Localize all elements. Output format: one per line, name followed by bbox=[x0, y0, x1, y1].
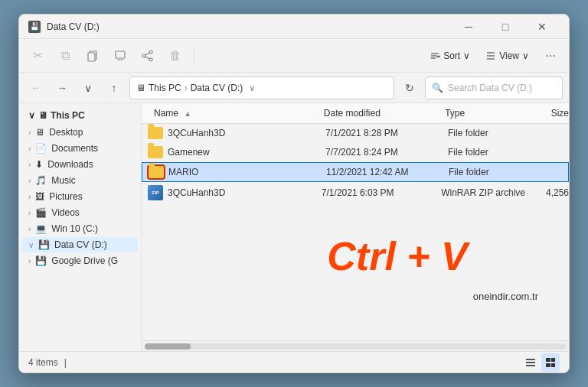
up-button[interactable]: ↑ bbox=[103, 77, 125, 99]
gdrive-label: Google Drive (G bbox=[51, 255, 118, 266]
svg-point-4 bbox=[149, 50, 152, 54]
file-name: 3QCuHanh3D bbox=[168, 187, 225, 198]
datacv-label: Data CV (D:) bbox=[54, 239, 107, 250]
svg-point-6 bbox=[149, 58, 152, 61]
address-path[interactable]: 🖥 This PC › Data CV (D:) ∨ bbox=[129, 76, 394, 99]
file-list: 3QCuHanh3D 7/1/2021 8:28 PM File folder … bbox=[142, 124, 569, 340]
shortcut-overlay: Ctrl + V bbox=[327, 233, 468, 279]
list-view-button[interactable] bbox=[541, 353, 560, 372]
file-area: Name ▲ Date modified Type Size 3QCuHanh3… bbox=[142, 103, 569, 351]
documents-icon: 📄 bbox=[35, 143, 47, 154]
folder-icon bbox=[148, 146, 163, 158]
address-bar: ← → ∨ ↑ 🖥 This PC › Data CV (D:) ∨ ↻ 🔍 S… bbox=[19, 73, 569, 103]
svg-line-7 bbox=[145, 53, 149, 55]
explorer-window: 💾 Data CV (D:) ─ □ ✕ ✂ ⧉ 🗑 Sort ∨ bbox=[18, 14, 570, 373]
view-dropdown[interactable]: View ∨ bbox=[479, 47, 535, 64]
documents-label: Documents bbox=[51, 143, 98, 154]
toolbar-right: Sort ∨ View ∨ ··· bbox=[423, 44, 563, 68]
forward-button[interactable]: → bbox=[51, 77, 73, 99]
back-button[interactable]: ← bbox=[25, 77, 47, 99]
paste-button[interactable] bbox=[80, 44, 105, 68]
file-name: MARIO bbox=[168, 167, 198, 177]
svg-line-8 bbox=[145, 57, 149, 59]
file-date: 7/1/2021 8:28 PM bbox=[325, 128, 448, 138]
col-name[interactable]: Name ▲ bbox=[142, 108, 324, 119]
status-info: 4 items | bbox=[28, 357, 67, 368]
col-type[interactable]: Type bbox=[445, 108, 551, 119]
watermark: oneindir.com.tr bbox=[473, 291, 538, 302]
table-row[interactable]: 3QCuHanh3D 7/1/2021 8:28 PM File folder bbox=[142, 124, 569, 143]
folder-icon bbox=[148, 127, 163, 139]
cut-button[interactable]: ✂ bbox=[25, 44, 50, 68]
table-row[interactable]: ZIP 3QCuHanh3D 7/1/2021 6:03 PM WinRAR Z… bbox=[142, 182, 569, 204]
table-row[interactable]: Gamenew 7/7/2021 8:24 PM File folder bbox=[142, 143, 569, 162]
file-name: Gamenew bbox=[168, 147, 210, 158]
sort-dropdown[interactable]: Sort ∨ bbox=[423, 47, 476, 64]
svg-rect-19 bbox=[551, 358, 555, 362]
view-toggles bbox=[521, 353, 560, 372]
expand-icon: ∨ bbox=[28, 241, 34, 249]
table-row[interactable]: MARIO 11/2/2021 12:42 AM File folder bbox=[142, 162, 569, 182]
expand-icon: › bbox=[28, 161, 31, 169]
file-list-header: Name ▲ Date modified Type Size bbox=[142, 103, 569, 124]
window-icon: 💾 bbox=[28, 21, 41, 33]
copy-button[interactable]: ⧉ bbox=[53, 44, 77, 68]
refresh-button[interactable]: ↻ bbox=[399, 77, 420, 99]
maximize-button[interactable]: □ bbox=[488, 15, 523, 39]
sidebar-item-win10[interactable]: › 💻 Win 10 (C:) bbox=[22, 221, 138, 236]
folder-icon bbox=[149, 166, 164, 178]
file-size: 4,256 bbox=[546, 187, 569, 198]
file-date: 7/7/2021 8:24 PM bbox=[325, 147, 448, 158]
close-button[interactable]: ✕ bbox=[524, 15, 560, 39]
path-sep1: › bbox=[185, 83, 188, 93]
thispc-label: This PC bbox=[51, 110, 85, 121]
scrollbar-thumb[interactable] bbox=[145, 343, 191, 350]
delete-button[interactable]: 🗑 bbox=[163, 44, 188, 68]
minimize-button[interactable]: ─ bbox=[451, 15, 486, 39]
sidebar-thispc[interactable]: ∨ 🖥 This PC bbox=[22, 107, 138, 124]
horizontal-scrollbar[interactable] bbox=[142, 340, 569, 351]
file-type: WinRAR ZIP archive bbox=[441, 187, 546, 198]
expand-icon: › bbox=[28, 257, 31, 265]
sidebar-item-desktop[interactable]: › 🖥 Desktop bbox=[22, 125, 138, 140]
scrollbar-track bbox=[145, 343, 566, 350]
sidebar-item-videos[interactable]: › 🎬 Videos bbox=[22, 205, 138, 220]
path-icon: 🖥 bbox=[136, 83, 145, 93]
win10-label: Win 10 (C:) bbox=[51, 223, 98, 234]
view-label: View bbox=[499, 50, 519, 61]
svg-rect-17 bbox=[526, 365, 535, 366]
rar-icon: ZIP bbox=[148, 185, 163, 200]
recent-button[interactable]: ∨ bbox=[77, 77, 99, 99]
details-view-button[interactable] bbox=[521, 353, 540, 372]
win10-icon: 💻 bbox=[35, 223, 47, 234]
expand-icon: › bbox=[28, 209, 31, 217]
sidebar-item-downloads[interactable]: › ⬇ Downloads bbox=[22, 157, 138, 172]
sidebar-item-datacv[interactable]: ∨ 💾 Data CV (D:) bbox=[22, 237, 138, 252]
path-thispc: This PC bbox=[149, 83, 181, 93]
expand-icon: › bbox=[28, 225, 31, 233]
search-box[interactable]: 🔍 Search Data CV (D:) bbox=[425, 76, 563, 99]
file-date: 7/1/2021 6:03 PM bbox=[322, 187, 441, 198]
col-date[interactable]: Date modified bbox=[324, 108, 445, 119]
file-type: File folder bbox=[448, 147, 555, 158]
sidebar-item-documents[interactable]: › 📄 Documents bbox=[22, 141, 138, 156]
thispc-icon: 🖥 bbox=[38, 110, 47, 121]
sidebar-item-googledrive[interactable]: › 💾 Google Drive (G bbox=[22, 253, 138, 268]
name-sort-arrow: ▲ bbox=[184, 109, 191, 118]
rename-button[interactable] bbox=[108, 44, 132, 68]
gdrive-icon: 💾 bbox=[35, 255, 47, 266]
music-label: Music bbox=[51, 175, 75, 186]
sidebar-item-pictures[interactable]: › 🖼 Pictures bbox=[22, 189, 138, 204]
view-chevron: ∨ bbox=[522, 50, 529, 61]
toolbar: ✂ ⧉ 🗑 Sort ∨ View ∨ ··· bbox=[19, 39, 569, 73]
col-size[interactable]: Size bbox=[551, 108, 569, 119]
pictures-label: Pictures bbox=[49, 191, 82, 202]
path-chevron[interactable]: ∨ bbox=[249, 83, 256, 93]
path-drive: Data CV (D:) bbox=[191, 83, 243, 93]
svg-rect-16 bbox=[526, 362, 535, 363]
sidebar-item-music[interactable]: › 🎵 Music bbox=[22, 173, 138, 188]
downloads-icon: ⬇ bbox=[35, 159, 43, 170]
share-button[interactable] bbox=[136, 44, 160, 68]
more-button[interactable]: ··· bbox=[538, 44, 563, 68]
expand-icon: › bbox=[28, 193, 31, 201]
